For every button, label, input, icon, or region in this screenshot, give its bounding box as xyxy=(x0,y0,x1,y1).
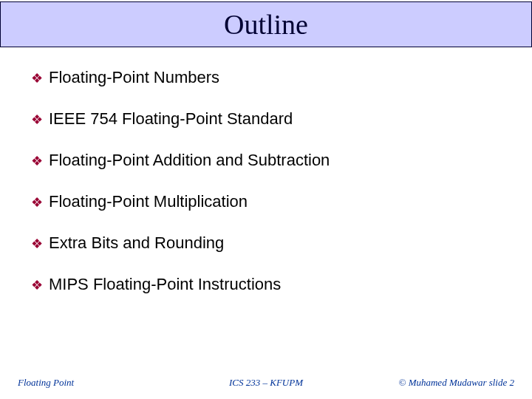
list-item: ❖ IEEE 754 Floating-Point Standard xyxy=(31,109,501,129)
diamond-bullet-icon: ❖ xyxy=(31,113,43,126)
footer-left-text: Floating Point xyxy=(18,377,74,389)
outline-item-text: Extra Bits and Rounding xyxy=(49,233,224,253)
diamond-bullet-icon: ❖ xyxy=(31,237,43,250)
outline-item-text: Floating-Point Multiplication xyxy=(49,192,248,211)
slide-footer: Floating Point ICS 233 – KFUPM © Muhamed… xyxy=(0,377,532,389)
outline-item-text: Floating-Point Addition and Subtraction xyxy=(49,151,330,170)
diamond-bullet-icon: ❖ xyxy=(31,279,43,292)
diamond-bullet-icon: ❖ xyxy=(31,72,43,85)
outline-content: ❖ Floating-Point Numbers ❖ IEEE 754 Floa… xyxy=(0,47,532,294)
diamond-bullet-icon: ❖ xyxy=(31,154,43,168)
list-item: ❖ Floating-Point Numbers xyxy=(31,68,501,87)
title-bar: Outline xyxy=(0,1,532,47)
list-item: ❖ MIPS Floating-Point Instructions xyxy=(31,275,501,294)
list-item: ❖ Extra Bits and Rounding xyxy=(31,233,501,253)
list-item: ❖ Floating-Point Addition and Subtractio… xyxy=(31,151,501,170)
outline-item-text: MIPS Floating-Point Instructions xyxy=(49,275,281,294)
footer-right-text: © Muhamed Mudawar slide 2 xyxy=(399,377,514,389)
outline-item-text: Floating-Point Numbers xyxy=(49,68,219,87)
footer-center-text: ICS 233 – KFUPM xyxy=(229,377,303,389)
outline-item-text: IEEE 754 Floating-Point Standard xyxy=(49,109,293,129)
list-item: ❖ Floating-Point Multiplication xyxy=(31,192,501,211)
slide-title: Outline xyxy=(224,8,308,41)
diamond-bullet-icon: ❖ xyxy=(31,196,43,209)
